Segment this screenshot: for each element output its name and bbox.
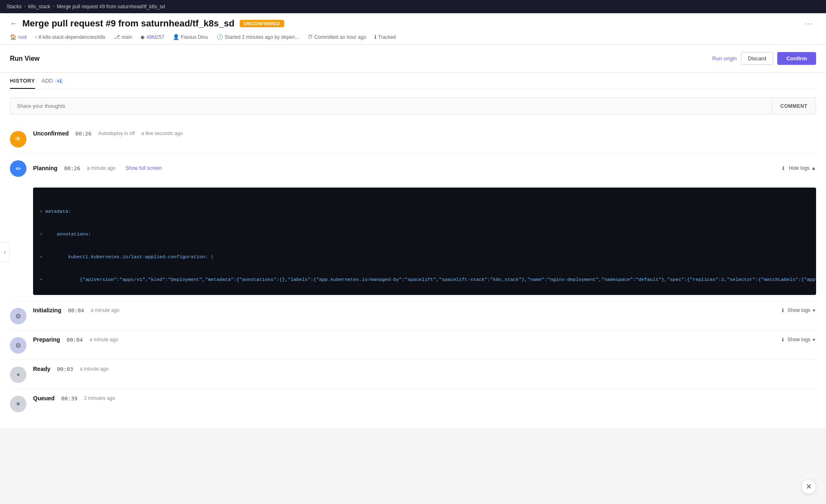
step-body-initializing: Initializing 00:04 a minute ago ⬇ Show l… (33, 307, 816, 314)
hide-logs-button-planning[interactable]: Hide logs ▲ (789, 165, 816, 171)
run-view-actions: Run origin Discard Confirm (712, 52, 816, 65)
step-icon-queued: ✖ (10, 396, 26, 412)
meta-branch: ⎇ main (114, 34, 132, 40)
timeline-item-preparing: ⚙ Preparing 00:04 a minute ago ⬇ Show lo… (10, 330, 816, 360)
status-badge: UNCONFIRMED (240, 20, 284, 27)
show-logs-button-preparing[interactable]: Show logs ▼ (788, 337, 816, 342)
meta-committed: ⏱ Committed an hour ago (307, 34, 366, 40)
step-extra-unconfirmed: Autodeploy is off (98, 131, 135, 136)
code-block-planning: + metadata: + annotations: + kubectl.kub… (33, 188, 816, 295)
header-meta: 🏠 root › tf-k8s-stack-dependencies/k8s ⎇… (10, 34, 816, 44)
started-text: Started 2 minutes ago by depen... (225, 34, 299, 40)
history-tabs: HISTORY ADD +1 (10, 73, 816, 89)
step-time-unconfirmed: a few seconds ago (141, 131, 183, 136)
author-text: Flavius Dinu (181, 34, 208, 40)
back-button[interactable]: ← (10, 19, 17, 28)
show-logs-button-initializing[interactable]: Show logs ▼ (788, 307, 816, 313)
folder-icon: › (35, 34, 37, 40)
timeline-item-queued: ✖ Queued 00:39 2 minutes ago (10, 389, 816, 418)
committed-text: Committed an hour ago (314, 34, 366, 40)
step-duration-queued: 00:39 (61, 395, 77, 402)
root-link[interactable]: root (18, 34, 27, 40)
step-name-ready: Ready (33, 366, 50, 372)
branch-icon: ⎇ (114, 34, 120, 40)
page-title: Merge pull request #9 from saturnhead/tf… (22, 18, 235, 29)
discard-button[interactable]: Discard (741, 52, 773, 65)
run-view-container: Run View Run origin Discard Confirm (0, 45, 826, 73)
meta-commit: ◆ 49fd257 (140, 34, 164, 40)
step-time-preparing: a minute ago (90, 337, 118, 342)
info-icon: ℹ (374, 34, 376, 40)
tab-add[interactable]: ADD +1 (42, 78, 65, 89)
more-options-button[interactable]: ⋯ (801, 19, 816, 29)
comment-box: COMMENT (10, 97, 816, 114)
meta-started: 🕐 Started 2 minutes ago by depen... (217, 34, 299, 40)
commit-clock-icon: ⏱ (307, 34, 313, 40)
step-body-planning: Planning 00:26 a minute ago Show full sc… (33, 165, 816, 171)
step-icon-ready: ★ (10, 366, 26, 383)
step-time-planning: a minute ago (87, 165, 115, 171)
comment-button[interactable]: COMMENT (772, 98, 816, 114)
step-icon-planning: ✏ (10, 160, 26, 177)
path-text: tf-k8s-stack-dependencies/k8s (38, 34, 105, 40)
run-view-title: Run View (10, 55, 40, 62)
step-time-queued: 2 minutes ago (84, 395, 115, 401)
diamond-icon: ◆ (140, 34, 145, 40)
timeline: 👁 Unconfirmed 00:26 Autodeploy is off a … (10, 124, 816, 418)
timeline-item-planning: ✏ Planning 00:26 a minute ago Show full … (10, 154, 816, 301)
step-name-initializing: Initializing (33, 307, 61, 314)
step-icon-initializing: ⚙ (10, 308, 26, 324)
step-name-queued: Queued (33, 395, 55, 402)
meta-root: 🏠 root (10, 34, 27, 40)
tab-history[interactable]: HISTORY (10, 78, 35, 89)
person-icon: 👤 (173, 34, 179, 40)
confirm-button[interactable]: Confirm (777, 52, 816, 65)
meta-tracked: ℹ Tracked (374, 34, 396, 40)
timeline-item-ready: ★ Ready 00:03 a minute ago (10, 360, 816, 389)
step-name-planning: Planning (33, 165, 57, 171)
chevron-down-icon-prep: ▼ (812, 338, 816, 342)
step-time-initializing: a minute ago (91, 307, 119, 313)
timeline-item-unconfirmed: 👁 Unconfirmed 00:26 Autodeploy is off a … (10, 124, 816, 154)
download-icon-init: ⬇ (781, 307, 785, 314)
step-body-queued: Queued 00:39 2 minutes ago (33, 395, 816, 402)
show-fullscreen-button[interactable]: Show full screen (126, 165, 162, 171)
breadcrumb-stacks[interactable]: Stacks (7, 4, 21, 10)
branch-text: main (121, 34, 132, 40)
breadcrumb-run: Merge pull request #9 from saturnhead/tf… (57, 4, 165, 10)
chevron-up-icon: ▲ (811, 165, 816, 171)
comment-input[interactable] (10, 98, 772, 114)
download-icon: ⬇ (781, 165, 786, 171)
step-duration-ready: 00:03 (57, 366, 73, 372)
step-name-preparing: Preparing (33, 336, 60, 343)
download-icon-prep: ⬇ (781, 337, 785, 343)
home-icon: 🏠 (10, 34, 17, 40)
step-time-ready: a minute ago (80, 366, 108, 372)
page-header: ← Merge pull request #9 from saturnhead/… (0, 13, 826, 45)
breadcrumb-stack[interactable]: k8s_stack (28, 4, 50, 10)
timeline-item-initializing: ⚙ Initializing 00:04 a minute ago ⬇ Show… (10, 301, 816, 330)
step-icon-unconfirmed: 👁 (10, 131, 26, 147)
run-view-header: Run View Run origin Discard Confirm (0, 45, 826, 72)
step-body-unconfirmed: Unconfirmed 00:26 Autodeploy is off a fe… (33, 130, 816, 137)
step-body-ready: Ready 00:03 a minute ago (33, 366, 816, 372)
step-duration-unconfirmed: 00:26 (75, 131, 91, 137)
step-duration-planning: 00:26 (64, 165, 80, 171)
meta-author: 👤 Flavius Dinu (173, 34, 208, 40)
main-content: HISTORY ADD +1 COMMENT 👁 Unconfirmed 00:… (0, 73, 826, 428)
step-icon-preparing: ⚙ (10, 337, 26, 354)
run-origin-button[interactable]: Run origin (712, 55, 737, 62)
clock-icon: 🕐 (217, 34, 223, 40)
step-name-unconfirmed: Unconfirmed (33, 130, 69, 137)
step-body-preparing: Preparing 00:04 a minute ago ⬇ Show logs… (33, 336, 816, 343)
meta-path: › tf-k8s-stack-dependencies/k8s (35, 34, 105, 40)
step-duration-initializing: 00:04 (68, 307, 84, 314)
top-bar: Stacks • k8s_stack • Merge pull request … (0, 0, 826, 13)
commit-link[interactable]: 49fd257 (146, 34, 164, 40)
sidebar-toggle-button[interactable]: ‹ (0, 242, 10, 262)
step-duration-preparing: 00:04 (67, 337, 83, 343)
chevron-down-icon-init: ▼ (812, 308, 816, 313)
tracked-text: Tracked (378, 34, 396, 40)
